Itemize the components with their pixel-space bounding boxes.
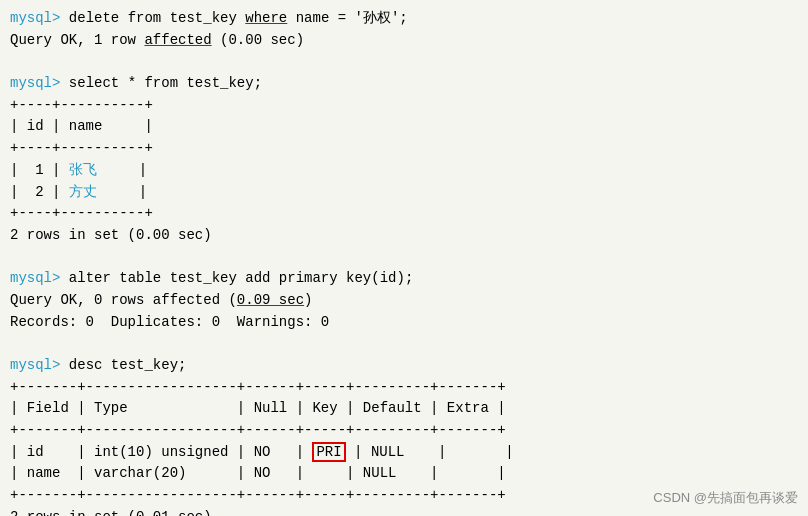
line-delete-command: mysql> delete from test_key where name =… — [10, 8, 798, 30]
empty-line-3 — [10, 333, 798, 355]
table-separator-bottom: +----+----------+ — [10, 203, 798, 225]
line-desc-command: mysql> desc test_key; — [10, 355, 798, 377]
desc-separator-mid: +-------+------------------+------+-----… — [10, 420, 798, 442]
table-row-1: | 1 | 张飞 | — [10, 160, 798, 182]
empty-line-2 — [10, 247, 798, 269]
desc-row-name: | name | varchar(20) | NO | | NULL | | — [10, 463, 798, 485]
line-desc-result: 2 rows in set (0.01 sec) — [10, 507, 798, 516]
watermark: CSDN @先搞面包再谈爱 — [653, 488, 798, 508]
line-select-result: 2 rows in set (0.00 sec) — [10, 225, 798, 247]
empty-line-1 — [10, 51, 798, 73]
table-header: | id | name | — [10, 116, 798, 138]
table-separator-top: +----+----------+ — [10, 95, 798, 117]
desc-table-header: | Field | Type | Null | Key | Default | … — [10, 398, 798, 420]
line-alter-result: Query OK, 0 rows affected (0.09 sec) — [10, 290, 798, 312]
table-separator-mid: +----+----------+ — [10, 138, 798, 160]
line-alter-command: mysql> alter table test_key add primary … — [10, 268, 798, 290]
line-delete-result: Query OK, 1 row affected (0.00 sec) — [10, 30, 798, 52]
desc-separator-top: +-------+------------------+------+-----… — [10, 377, 798, 399]
desc-row-id: | id | int(10) unsigned | NO | PRI | NUL… — [10, 442, 798, 464]
line-records: Records: 0 Duplicates: 0 Warnings: 0 — [10, 312, 798, 334]
terminal-window: mysql> delete from test_key where name =… — [0, 0, 808, 516]
table-row-2: | 2 | 方丈 | — [10, 182, 798, 204]
line-select-command: mysql> select * from test_key; — [10, 73, 798, 95]
